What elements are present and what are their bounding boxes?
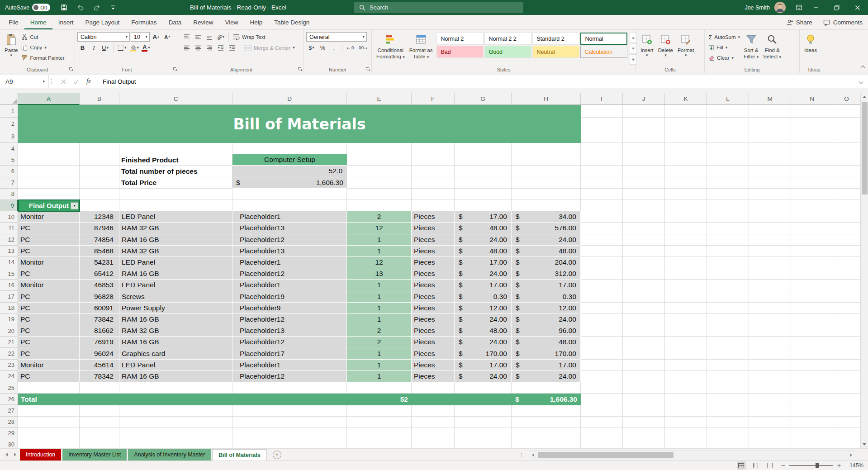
data-cell[interactable]: Placeholder12	[232, 268, 347, 280]
data-cell[interactable]: Pieces	[412, 348, 455, 360]
autosave-toggle[interactable]: AutoSave Off	[5, 4, 50, 11]
data-cell[interactable]: Monitor	[18, 280, 80, 291]
data-cell[interactable]: Placeholder19	[232, 291, 347, 303]
data-cell[interactable]: Placeholder9	[232, 303, 347, 314]
sheet-tab-inventory-master-list[interactable]: Inventory Master List	[62, 449, 127, 461]
zoom-out-button[interactable]: −	[781, 462, 785, 469]
style-normal-2-2[interactable]: Normal 2 2	[484, 33, 531, 45]
data-cell[interactable]: Pieces	[412, 246, 455, 257]
formula-input[interactable]: Final Output	[98, 75, 854, 88]
data-cell[interactable]: $48.00	[455, 325, 512, 337]
data-cell[interactable]: PC	[18, 325, 80, 337]
user-name[interactable]: Joe Smith	[745, 5, 770, 11]
page-break-view-button[interactable]	[766, 461, 775, 470]
row-header-6[interactable]: 6	[0, 166, 18, 177]
paste-button[interactable]: Paste ▾	[2, 31, 20, 66]
zoom-level[interactable]: 145%	[847, 462, 863, 469]
page-layout-view-button[interactable]	[751, 461, 760, 470]
sheet-nav-left-button[interactable]	[3, 451, 10, 459]
tab-formulas[interactable]: Formulas	[125, 15, 162, 29]
data-cell[interactable]: Pieces	[412, 337, 455, 348]
data-cell[interactable]: $24.00	[455, 371, 512, 382]
decrease-font-size-button[interactable]: A▾	[162, 32, 172, 42]
row-header-8[interactable]: 8	[0, 189, 18, 200]
data-cell[interactable]: $12.00	[455, 303, 512, 314]
data-cell[interactable]: 1	[347, 314, 412, 325]
font-color-button[interactable]: A ▾	[141, 43, 151, 52]
tab-scroll-splitter[interactable]	[521, 451, 522, 458]
horizontal-scrollbar[interactable]	[529, 451, 855, 459]
data-cell[interactable]: 2	[347, 325, 412, 337]
data-cell[interactable]: Screws	[119, 291, 232, 303]
format-cells-button[interactable]: Format ▾	[675, 31, 696, 66]
zoom-in-button[interactable]: +	[837, 462, 841, 469]
tab-data[interactable]: Data	[163, 15, 188, 29]
redo-button[interactable]	[92, 2, 101, 13]
data-cell[interactable]: $170.00	[512, 348, 581, 360]
row-header-10[interactable]: 10	[0, 211, 18, 223]
delete-cells-button[interactable]: Delete ▾	[656, 31, 675, 66]
zoom-slider[interactable]	[789, 465, 833, 466]
data-cell[interactable]: $48.00	[512, 246, 581, 257]
data-cell[interactable]: 81662	[80, 325, 119, 337]
tab-review[interactable]: Review	[187, 15, 219, 29]
data-cell[interactable]: Placeholder1	[232, 211, 347, 223]
data-cell[interactable]: $48.00	[455, 246, 512, 257]
data-cell[interactable]: PC	[18, 291, 80, 303]
data-cell[interactable]: PC	[18, 223, 80, 234]
column-header-G[interactable]: G	[455, 93, 512, 105]
data-cell[interactable]: Pieces	[412, 360, 455, 371]
column-header-D[interactable]: D	[232, 93, 347, 105]
enter-entry-button[interactable]	[71, 76, 81, 87]
comma-style-button[interactable]: ,	[329, 43, 339, 52]
data-cell[interactable]: 12	[347, 257, 412, 268]
bold-button[interactable]: B	[77, 43, 88, 52]
info-value[interactable]: 52.0	[232, 166, 347, 177]
percent-style-button[interactable]: %	[318, 43, 328, 52]
data-cell[interactable]: 2	[347, 337, 412, 348]
scroll-down-button[interactable]	[861, 441, 868, 448]
data-cell[interactable]: 1	[347, 371, 412, 382]
data-cell[interactable]: Pieces	[412, 371, 455, 382]
align-left-button[interactable]	[181, 43, 192, 52]
number-format-select[interactable]: General▾	[306, 32, 367, 42]
data-cell[interactable]: Placeholder13	[232, 246, 347, 257]
data-cell[interactable]: $24.00	[512, 371, 581, 382]
data-cell[interactable]: Placeholder12	[232, 234, 347, 246]
row-header-24[interactable]: 24	[0, 371, 18, 382]
increase-font-size-button[interactable]: A▴	[151, 32, 161, 42]
number-dialog-launcher[interactable]	[366, 67, 370, 71]
tab-table-design[interactable]: Table Design	[268, 15, 315, 29]
data-cell[interactable]: 1	[347, 280, 412, 291]
data-cell[interactable]: $48.00	[512, 337, 581, 348]
fill-color-button[interactable]: ▾	[128, 43, 140, 52]
font-dialog-launcher[interactable]	[173, 67, 177, 71]
scroll-left-button[interactable]	[529, 451, 537, 459]
data-cell[interactable]: RAM 32 GB	[119, 223, 232, 234]
data-cell[interactable]: Graphics card	[119, 348, 232, 360]
row-header-2[interactable]: 2	[0, 118, 18, 130]
data-cell[interactable]: $48.00	[455, 223, 512, 234]
data-cell[interactable]: Placeholder12	[232, 337, 347, 348]
row-header-17[interactable]: 17	[0, 291, 18, 302]
data-cell[interactable]: 74854	[80, 234, 119, 246]
column-header-A[interactable]: A	[18, 93, 80, 105]
data-cell[interactable]: PC	[18, 314, 80, 325]
row-header-4[interactable]: 4	[0, 143, 18, 154]
data-cell[interactable]: $96.00	[512, 325, 581, 337]
find-select-button[interactable]: Find & Select ▾	[761, 31, 783, 66]
data-cell[interactable]: $24.00	[512, 234, 581, 246]
data-cell[interactable]: LED Panel	[119, 211, 232, 223]
data-cell[interactable]: RAM 16 GB	[119, 371, 232, 382]
merge-center-button[interactable]: Merge & Center ▾	[243, 43, 296, 52]
row-header-21[interactable]: 21	[0, 337, 18, 348]
format-painter-button[interactable]: Format Painter	[20, 53, 66, 62]
data-cell[interactable]: Placeholder17	[232, 348, 347, 360]
underline-button[interactable]: U▾	[100, 43, 110, 52]
data-cell[interactable]: Pieces	[412, 234, 455, 246]
style-neutral[interactable]: Neutral	[532, 46, 579, 58]
vertical-scrollbar[interactable]	[860, 93, 868, 448]
data-cell[interactable]: Pieces	[412, 303, 455, 314]
data-cell[interactable]: 1	[347, 234, 412, 246]
data-cell[interactable]: PC	[18, 371, 80, 382]
